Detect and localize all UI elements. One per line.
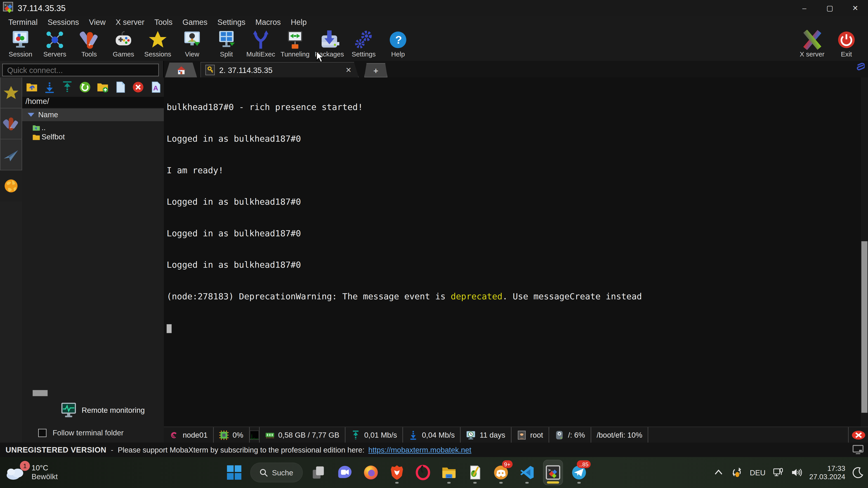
toolbar-games-button[interactable]: Games — [106, 30, 141, 58]
taskbar-chat[interactable] — [336, 460, 354, 485]
terminal-scrollbar[interactable] — [861, 77, 868, 427]
status-cpu-graph[interactable] — [249, 427, 259, 443]
taskbar-discord[interactable]: 9+ — [492, 460, 510, 485]
network-icon[interactable] — [773, 467, 784, 478]
sftp-horizontal-scrollbar[interactable] — [22, 389, 183, 397]
sftp-rename-button[interactable]: A — [149, 79, 163, 94]
status-host[interactable]: node01 — [164, 427, 214, 443]
sftp-new-file-button[interactable] — [114, 79, 127, 94]
footer-display-icon[interactable] — [852, 445, 864, 455]
tray-overflow-chevron-icon[interactable] — [713, 467, 724, 478]
sftp-download-button[interactable] — [43, 79, 57, 94]
file-row-parent[interactable]: .. — [22, 123, 183, 132]
task-view-icon — [311, 465, 327, 480]
sftp-path-input[interactable]: /home/ — [22, 97, 174, 108]
new-tab-button[interactable]: + — [364, 63, 388, 77]
weather-widget[interactable]: 1 10°C Bewölkt — [4, 462, 58, 482]
update-sync-icon[interactable] — [732, 467, 743, 478]
status-ram[interactable]: 0,58 GB / 7,77 GB — [259, 427, 345, 443]
quick-connect-input[interactable] — [2, 64, 159, 76]
tab-active-session[interactable]: 2. 37.114.35.35 ✕ — [200, 62, 359, 77]
sftp-new-folder-button[interactable] — [96, 79, 110, 94]
menu-xserver[interactable]: X server — [111, 18, 149, 26]
taskbar-explorer[interactable] — [439, 460, 458, 485]
toolbar-tunneling-button[interactable]: Tunneling — [278, 30, 312, 58]
close-button[interactable]: ✕ — [842, 0, 868, 15]
status-disk-boot[interactable]: /boot/efi: 10% — [591, 427, 649, 443]
follow-terminal-folder-checkbox[interactable] — [38, 429, 46, 437]
folder-parent-icon — [32, 124, 40, 131]
toolbar-settings-button[interactable]: Settings — [346, 30, 381, 58]
menu-sessions[interactable]: Sessions — [42, 18, 84, 26]
toolbar-servers-button[interactable]: Servers — [38, 30, 72, 58]
terminal-scrollbar-thumb[interactable] — [862, 241, 868, 413]
taskbar-notepadpp[interactable] — [466, 460, 485, 485]
home-tab[interactable] — [165, 63, 197, 77]
status-upload[interactable]: 0,01 Mb/s — [345, 427, 403, 443]
taskbar-search[interactable]: Suche — [251, 463, 302, 482]
menu-help[interactable]: Help — [286, 18, 312, 26]
remote-monitoring-button[interactable]: Remote monitoring — [22, 397, 183, 423]
terminal-line: Logged in as bulkhead187#0 — [166, 260, 868, 271]
toolbar-tools-button[interactable]: + Tools — [72, 30, 106, 58]
menu-terminal[interactable]: Terminal — [3, 18, 43, 26]
language-indicator[interactable]: DEU — [750, 468, 766, 477]
taskbar-vscode[interactable] — [518, 460, 536, 485]
toolbar-sessions-button[interactable]: Sessions — [141, 30, 175, 58]
windows-start-icon — [226, 465, 242, 480]
taskbar-mobaxterm-active[interactable]: >. — [544, 460, 562, 485]
mobatek-link[interactable]: https://mobaxterm.mobatek.net — [368, 446, 471, 454]
status-uptime[interactable]: 11 days — [461, 427, 512, 443]
swiss-knife-icon: + — [3, 116, 19, 132]
status-user[interactable]: root — [511, 427, 549, 443]
start-button[interactable] — [225, 460, 243, 485]
sidebar-tab-tools[interactable]: + — [0, 108, 22, 139]
menu-games[interactable]: Games — [178, 18, 213, 26]
screen: >. 37.114.35.35 – ▢ ✕ Terminal Sessions … — [0, 0, 868, 488]
taskbar-opera-gx[interactable] — [413, 460, 432, 485]
sidebar-tab-macros[interactable] — [0, 139, 22, 170]
toolbar-xserver-button[interactable]: X server — [795, 30, 829, 58]
file-list-name-header[interactable]: Name — [22, 108, 183, 121]
toolbar-split-button[interactable]: Split — [209, 30, 244, 58]
status-download[interactable]: 0,04 Mb/s — [403, 427, 461, 443]
sftp-upload-button[interactable] — [60, 79, 74, 94]
tray-clock[interactable]: 17:33 27.03.2024 — [809, 464, 845, 481]
tab-close-icon[interactable]: ✕ — [345, 66, 354, 74]
sftp-parent-folder-button[interactable] — [25, 79, 39, 94]
menu-macros[interactable]: Macros — [250, 18, 286, 26]
status-disk-root[interactable]: /: 6% — [549, 427, 591, 443]
terminal-output[interactable]: bulkhead187#0 - rich presence started! L… — [164, 77, 868, 427]
scrollbar-thumb[interactable] — [33, 390, 48, 396]
taskbar-brave[interactable] — [388, 460, 406, 485]
toolbar-multiexec-button[interactable]: MultiExec — [244, 30, 278, 58]
sftp-refresh-button[interactable] — [78, 79, 92, 94]
toolbar-exit-button[interactable]: Exit — [829, 30, 864, 58]
folder-icon — [32, 133, 40, 141]
title-bar: >. 37.114.35.35 – ▢ ✕ — [0, 0, 868, 15]
paperclip-icon[interactable] — [855, 63, 865, 76]
volume-icon[interactable] — [791, 467, 802, 478]
taskbar-firefox[interactable] — [362, 460, 380, 485]
task-view-button[interactable] — [309, 460, 328, 485]
sidebar-tab-sessions[interactable] — [0, 77, 22, 108]
menu-settings[interactable]: Settings — [213, 18, 250, 26]
sftp-path-row: /home/ ▼ — [22, 96, 183, 108]
weather-badge: 1 — [20, 461, 30, 471]
taskbar-telegram[interactable]: ..85 — [569, 460, 588, 485]
night-mode-moon-icon[interactable] — [852, 467, 864, 478]
sidebar-tab-sftp[interactable] — [0, 170, 22, 201]
toolbar-help-button[interactable]: ? Help — [381, 30, 415, 58]
sftp-delete-button[interactable] — [131, 79, 145, 94]
status-close-button[interactable] — [848, 427, 868, 443]
file-row-selfbot[interactable]: Selfbot — [22, 132, 183, 142]
menu-tools[interactable]: Tools — [149, 18, 178, 26]
status-cpu[interactable]: 0% — [214, 427, 249, 443]
toolbar-view-button[interactable]: View — [175, 30, 209, 58]
minimize-button[interactable]: – — [792, 0, 817, 15]
toolbar-session-button[interactable]: Session — [3, 30, 38, 58]
menu-view[interactable]: View — [84, 18, 111, 26]
cpu-graph-icon — [249, 430, 259, 440]
maximize-button[interactable]: ▢ — [817, 0, 843, 15]
status-bar: node01 0% — [164, 427, 868, 443]
